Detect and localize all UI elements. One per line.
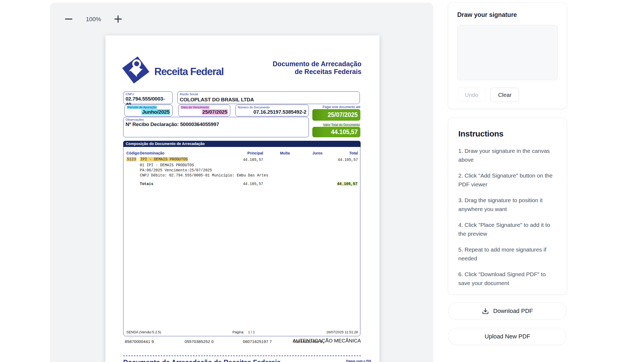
row-total: 44.105,57: [338, 158, 358, 162]
razao-social-value: COLOPLAST DO BRASIL LTDA: [180, 97, 357, 102]
col-codigo: Código: [126, 151, 139, 155]
instruction-step: 5. Repeat to add more signatures if need…: [458, 245, 557, 263]
minus-icon: [64, 14, 73, 24]
footer-page-number: 1 / 1: [248, 330, 255, 334]
footer-page-label: Página:: [232, 330, 244, 334]
download-pdf-button[interactable]: Download PDF: [448, 302, 567, 320]
download-pdf-label: Download PDF: [493, 308, 533, 315]
field-observacoes: Observações Nº Recibo Declaração: 500003…: [123, 117, 309, 137]
row-detail: PA:06/2025 Vencimento:25/07/2025: [140, 168, 212, 172]
instruction-step: 6. Click "Download Signed PDF" to save y…: [458, 270, 557, 287]
instruction-step: 4. Click "Place Signature" to add it to …: [458, 220, 557, 238]
next-doc-title: Documento de Arrecadação de Receitas Fed…: [123, 359, 281, 362]
col-juros: Juros: [312, 151, 323, 155]
totais-label: Totais: [140, 182, 153, 186]
autenticacao-mecanica-label: AUTENTICAÇÃO MECÂNICA: [266, 338, 361, 344]
valor-total-value: 44.105,57: [331, 128, 358, 136]
numero-documento-value: 07.16.25197.5385492-2: [238, 109, 306, 115]
row-principal: 44.105,57: [243, 158, 263, 162]
zoom-toolbar: 100%: [63, 14, 123, 25]
col-principal: Principal: [247, 151, 263, 155]
field-cnpj: CNPJ 02.794.555/0003-40: [123, 91, 173, 104]
page-footer-row: SENDA (Versão:5.2.5) Página: 1 / 1 16/07…: [123, 330, 360, 334]
instruction-step: 2. Click "Add Signature" button on the P…: [458, 171, 557, 189]
plus-icon: [114, 14, 123, 24]
instruction-step: 1. Draw your signature in the canvas abo…: [458, 146, 557, 164]
field-data-vencimento: Data de Vencimento 25/07/2025: [178, 105, 230, 116]
instruction-step: 3. Drag the signature to position it any…: [458, 196, 557, 213]
instructions-card: Instructions 1. Draw your signature in t…: [448, 118, 567, 294]
col-total: Total: [349, 151, 358, 155]
footer-app-version: SENDA (Versão:5.2.5): [126, 330, 161, 334]
col-multa: Multa: [280, 151, 290, 155]
pagar-ate-label: Pagar este documento até: [266, 105, 360, 109]
composicao-section: Composição do Documento de Arrecadação C…: [123, 141, 360, 336]
totais-total: 44.105,57: [336, 182, 358, 186]
field-razao-social: Razão Social COLOPLAST DO BRASIL LTDA: [177, 91, 360, 104]
pdf-page: Receita Federal Documento de Arrecadação…: [105, 35, 379, 362]
pagar-ate-box: 25/07/2025: [312, 109, 360, 121]
barcode-number: 85870000441 9: [125, 339, 154, 344]
document-title: Documento de Arrecadação de Receitas Fed…: [273, 60, 361, 76]
totais-principal: 44.105,57: [243, 182, 263, 186]
zoom-in-button[interactable]: [113, 14, 123, 25]
instructions-title: Instructions: [458, 129, 557, 138]
vencimento-value: 25/07/2025: [202, 109, 228, 115]
zoom-level: 100%: [86, 16, 101, 23]
pdf-viewer-panel: 100% Receita Federal Documen: [50, 3, 433, 362]
valor-total-label: Valor Total do Documento: [266, 123, 360, 127]
composicao-header-bar: Composição do Documento de Arrecadação: [123, 141, 361, 147]
receita-federal-logo-icon: [122, 56, 149, 85]
row-detail: CNPJ Débito: 02.794.555/0005-01 Municípi…: [140, 173, 268, 178]
footer-datetime: 16/07/2025 11:51:28: [326, 330, 358, 334]
upload-new-pdf-button[interactable]: Upload New PDF: [448, 328, 567, 345]
undo-button[interactable]: Undo: [457, 88, 486, 102]
signature-card-title: Draw your signature: [457, 11, 558, 19]
barcode-number: 05570385252 0: [185, 339, 214, 344]
receita-federal-logo-text: Receita Federal: [154, 66, 224, 77]
field-periodo-apuracao: Período de Apuração Junho/2025: [125, 105, 173, 116]
row-denominacao: IPI - DEMAIS PRODUTOS: [140, 157, 188, 161]
periodo-value: Junho/2025: [141, 109, 170, 115]
upload-new-pdf-label: Upload New PDF: [485, 333, 530, 340]
zoom-out-button[interactable]: [63, 14, 74, 25]
download-icon: [482, 308, 489, 315]
row-detail: 01 IPI - DEMAIS PRODUTOS: [140, 163, 194, 167]
pagar-ate-value: 25/07/2025: [328, 111, 358, 119]
signature-canvas[interactable]: [457, 25, 558, 80]
tear-line: [123, 356, 361, 356]
pix-label: Pague com o PIX: [346, 359, 371, 362]
row-codigo: 5123: [126, 157, 137, 161]
valor-total-box: 44.105,57: [312, 127, 360, 137]
col-denominacao: Denominação: [140, 151, 164, 155]
signature-card: Draw your signature Undo Clear: [448, 3, 567, 109]
clear-button[interactable]: Clear: [491, 88, 519, 102]
